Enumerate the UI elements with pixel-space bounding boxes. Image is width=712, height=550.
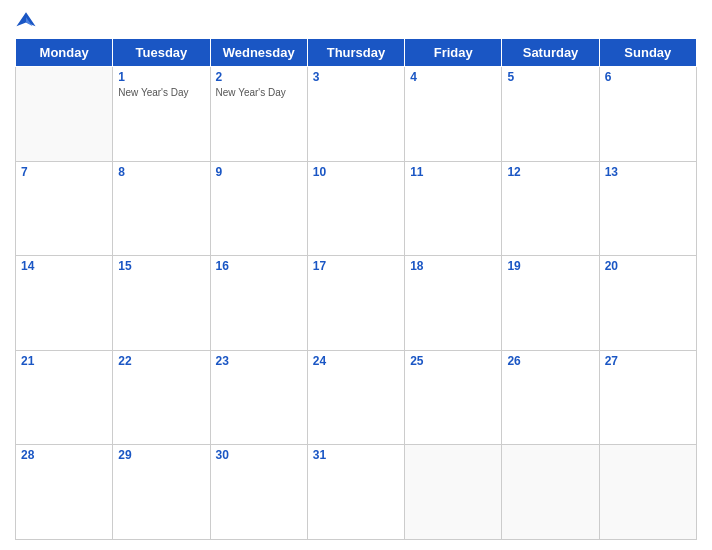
day-number: 3 [313, 70, 399, 84]
calendar-week-1: 1New Year's Day2New Year's Day3456 [16, 67, 697, 162]
weekday-monday: Monday [16, 39, 113, 67]
calendar-cell: 28 [16, 445, 113, 540]
calendar-table: MondayTuesdayWednesdayThursdayFridaySatu… [15, 38, 697, 540]
calendar-cell [502, 445, 599, 540]
calendar-cell: 25 [405, 350, 502, 445]
calendar-cell: 29 [113, 445, 210, 540]
calendar-cell [405, 445, 502, 540]
day-number: 18 [410, 259, 496, 273]
day-number: 30 [216, 448, 302, 462]
holiday-label: New Year's Day [118, 86, 204, 99]
day-number: 21 [21, 354, 107, 368]
day-number: 5 [507, 70, 593, 84]
day-number: 23 [216, 354, 302, 368]
calendar-cell [599, 445, 696, 540]
calendar-cell: 7 [16, 161, 113, 256]
calendar-cell: 1New Year's Day [113, 67, 210, 162]
day-number: 29 [118, 448, 204, 462]
page-header [15, 10, 697, 32]
calendar-cell: 8 [113, 161, 210, 256]
calendar-week-5: 28293031 [16, 445, 697, 540]
calendar-cell: 3 [307, 67, 404, 162]
day-number: 22 [118, 354, 204, 368]
day-number: 15 [118, 259, 204, 273]
calendar-cell: 17 [307, 256, 404, 351]
calendar-cell: 19 [502, 256, 599, 351]
day-number: 25 [410, 354, 496, 368]
calendar-cell: 12 [502, 161, 599, 256]
weekday-header-row: MondayTuesdayWednesdayThursdayFridaySatu… [16, 39, 697, 67]
day-number: 27 [605, 354, 691, 368]
day-number: 2 [216, 70, 302, 84]
day-number: 19 [507, 259, 593, 273]
calendar-cell: 26 [502, 350, 599, 445]
weekday-thursday: Thursday [307, 39, 404, 67]
holiday-label: New Year's Day [216, 86, 302, 99]
day-number: 24 [313, 354, 399, 368]
weekday-tuesday: Tuesday [113, 39, 210, 67]
calendar-week-4: 21222324252627 [16, 350, 697, 445]
day-number: 14 [21, 259, 107, 273]
calendar-cell: 10 [307, 161, 404, 256]
weekday-saturday: Saturday [502, 39, 599, 67]
day-number: 13 [605, 165, 691, 179]
day-number: 4 [410, 70, 496, 84]
calendar-cell: 22 [113, 350, 210, 445]
day-number: 7 [21, 165, 107, 179]
day-number: 17 [313, 259, 399, 273]
day-number: 31 [313, 448, 399, 462]
calendar-cell: 24 [307, 350, 404, 445]
calendar-cell: 13 [599, 161, 696, 256]
day-number: 28 [21, 448, 107, 462]
day-number: 16 [216, 259, 302, 273]
calendar-week-3: 14151617181920 [16, 256, 697, 351]
day-number: 26 [507, 354, 593, 368]
day-number: 8 [118, 165, 204, 179]
calendar-cell: 31 [307, 445, 404, 540]
calendar-week-2: 78910111213 [16, 161, 697, 256]
calendar-header: MondayTuesdayWednesdayThursdayFridaySatu… [16, 39, 697, 67]
calendar-cell: 14 [16, 256, 113, 351]
calendar-cell: 11 [405, 161, 502, 256]
calendar-cell: 18 [405, 256, 502, 351]
logo [15, 10, 41, 32]
calendar-cell [16, 67, 113, 162]
logo-icon [15, 10, 37, 32]
day-number: 12 [507, 165, 593, 179]
calendar-cell: 30 [210, 445, 307, 540]
day-number: 6 [605, 70, 691, 84]
calendar-cell: 15 [113, 256, 210, 351]
weekday-sunday: Sunday [599, 39, 696, 67]
calendar-cell: 6 [599, 67, 696, 162]
calendar-cell: 27 [599, 350, 696, 445]
calendar-cell: 21 [16, 350, 113, 445]
day-number: 10 [313, 165, 399, 179]
calendar-body: 1New Year's Day2New Year's Day3456789101… [16, 67, 697, 540]
calendar-cell: 9 [210, 161, 307, 256]
calendar-cell: 5 [502, 67, 599, 162]
day-number: 1 [118, 70, 204, 84]
day-number: 11 [410, 165, 496, 179]
day-number: 9 [216, 165, 302, 179]
day-number: 20 [605, 259, 691, 273]
calendar-cell: 20 [599, 256, 696, 351]
weekday-wednesday: Wednesday [210, 39, 307, 67]
calendar-cell: 4 [405, 67, 502, 162]
calendar-cell: 16 [210, 256, 307, 351]
weekday-friday: Friday [405, 39, 502, 67]
calendar-cell: 23 [210, 350, 307, 445]
calendar-cell: 2New Year's Day [210, 67, 307, 162]
